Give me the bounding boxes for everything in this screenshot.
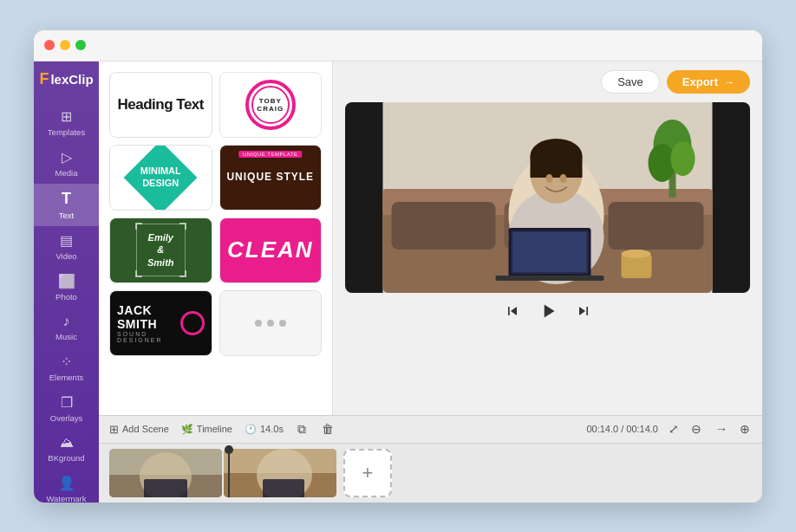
skip-back-icon: [504, 302, 521, 320]
svg-rect-13: [496, 276, 604, 281]
sidebar-item-elements[interactable]: ⁘ Elements: [34, 347, 99, 388]
zoom-in-button[interactable]: →: [714, 420, 729, 438]
clean-text: CLEAN: [227, 237, 314, 263]
video-controls: [345, 293, 750, 329]
template-card-jack[interactable]: JACK SMITH SOUND DESIGNER: [109, 290, 212, 356]
timeline-right: 00:14.0 / 00:14.0 ⤢ ⊖ → ⊕: [586, 420, 752, 438]
template-card-more[interactable]: [219, 290, 323, 356]
timeline-area: ⊞ Add Scene 🌿 Timeline 🕐 14.0s ⧉ 🗑 00:: [99, 415, 762, 503]
sidebar: F lexClip ⊞ Templates ▷ Media T Text ▤ V…: [34, 62, 99, 503]
toby-inner: TOBY CRAIG: [251, 86, 290, 124]
template-card-toby[interactable]: TOBY CRAIG: [219, 72, 323, 138]
watermark-icon: 👤: [58, 475, 75, 491]
svg-rect-3: [392, 202, 496, 250]
sidebar-item-music[interactable]: ♪ Music: [34, 308, 99, 347]
jack-subtitle-text: SOUND DESIGNER: [117, 331, 175, 343]
timeline-duration: 14.0s: [260, 424, 284, 434]
unique-style-text: UNIQUE STYLE: [226, 171, 314, 185]
timeline-tree-icon: 🌿: [181, 424, 193, 435]
svg-rect-14: [513, 232, 587, 272]
jack-circle: [180, 311, 205, 335]
jack-content: JACK SMITH SOUND DESIGNER: [110, 303, 212, 343]
timeline-label: Timeline: [197, 424, 232, 434]
sidebar-label-overlays: Overlays: [50, 413, 82, 423]
sidebar-item-text[interactable]: T Text: [34, 184, 99, 226]
timeline-toolbar: ⊞ Add Scene 🌿 Timeline 🕐 14.0s ⧉ 🗑 00:: [99, 416, 762, 444]
app-logo: F lexClip: [39, 70, 93, 88]
sidebar-item-watermark[interactable]: 👤 Watermark: [34, 469, 99, 503]
templates-grid: Heading Text TOBY CRAIG: [109, 72, 322, 356]
add-clip-plus-icon: +: [362, 462, 374, 484]
save-button[interactable]: Save: [601, 70, 660, 94]
svg-rect-26: [144, 479, 187, 497]
dot-2: [267, 320, 274, 327]
timeline-needle[interactable]: [228, 445, 230, 497]
expand-button[interactable]: ⤢: [667, 420, 681, 438]
jack-name-text: JACK SMITH: [117, 303, 175, 331]
svg-point-21: [546, 174, 553, 183]
unique-badge: UNIQUE TEMPLATE: [238, 151, 303, 158]
minimal-inner: MINIMAL DESIGN: [110, 146, 212, 210]
add-clip-button[interactable]: +: [343, 449, 392, 497]
delete-button[interactable]: 🗑: [320, 420, 336, 438]
sidebar-item-media[interactable]: ▷ Media: [34, 143, 99, 184]
minimize-button[interactable]: [60, 40, 70, 50]
time-display: 00:14.0 / 00:14.0: [586, 424, 658, 434]
video-preview[interactable]: [345, 102, 750, 293]
sidebar-label-music: Music: [55, 332, 77, 341]
sidebar-label-video: Video: [55, 251, 76, 261]
elements-icon: ⁘: [61, 354, 72, 370]
app-body: F lexClip ⊞ Templates ▷ Media T Text ▤ V…: [34, 62, 762, 503]
jack-text-group: JACK SMITH SOUND DESIGNER: [117, 303, 175, 343]
preview-image: [345, 102, 750, 293]
video-area: Save Export →: [333, 62, 762, 415]
overlays-icon: ❒: [61, 394, 73, 411]
timeline-track: +: [99, 444, 762, 503]
template-card-unique[interactable]: UNIQUE TEMPLATE UNIQUE STYLE: [219, 145, 323, 211]
sidebar-label-watermark: Watermark: [46, 494, 86, 503]
sidebar-item-video[interactable]: ▤ Video: [34, 226, 99, 267]
sidebar-item-photo[interactable]: ⬜ Photo: [34, 267, 99, 308]
template-card-minimal[interactable]: MINIMAL DESIGN: [109, 145, 212, 211]
svg-rect-30: [263, 479, 304, 497]
editor-area: Heading Text TOBY CRAIG: [99, 62, 762, 415]
svg-point-20: [622, 250, 651, 258]
toby-circle: TOBY CRAIG: [245, 80, 296, 130]
fullscreen-button[interactable]: ⊕: [738, 420, 752, 438]
skip-forward-button[interactable]: [575, 302, 592, 320]
template-card-clean[interactable]: CLEAN: [219, 217, 323, 283]
timeline-clip-1[interactable]: [109, 449, 222, 497]
template-card-emily[interactable]: Emily & Smith: [109, 217, 212, 283]
sidebar-item-bkground[interactable]: ⛰ BKground: [34, 429, 99, 469]
svg-rect-5: [609, 202, 704, 250]
sidebar-label-elements: Elements: [49, 373, 84, 382]
sidebar-item-templates[interactable]: ⊞ Templates: [34, 102, 99, 143]
app-window: F lexClip ⊞ Templates ▷ Media T Text ▤ V…: [34, 30, 762, 503]
timeline-button[interactable]: 🌿 Timeline: [181, 424, 232, 435]
sidebar-item-overlays[interactable]: ❒ Overlays: [34, 388, 99, 429]
close-button[interactable]: [44, 40, 55, 50]
export-label: Export: [682, 75, 718, 88]
dot-1: [255, 320, 262, 327]
minimal-text: MINIMAL DESIGN: [140, 165, 181, 188]
sidebar-label-templates: Templates: [48, 127, 85, 137]
video-toolbar: Save Export →: [345, 70, 750, 94]
svg-point-18: [671, 141, 695, 176]
timeline-clip-2[interactable]: [224, 449, 336, 497]
export-arrow-icon: →: [723, 75, 734, 88]
add-scene-button[interactable]: ⊞ Add Scene: [109, 423, 169, 436]
copy-button[interactable]: ⧉: [296, 420, 308, 438]
play-button[interactable]: [537, 300, 559, 322]
skip-back-button[interactable]: [504, 302, 521, 320]
logo-text: lexClip: [50, 72, 93, 87]
more-dots: [255, 320, 286, 327]
video-icon: ▤: [60, 232, 73, 249]
template-card-heading[interactable]: Heading Text: [109, 72, 212, 138]
timeline-clips: [109, 449, 336, 497]
templates-icon: ⊞: [61, 108, 72, 125]
templates-panel: Heading Text TOBY CRAIG: [99, 62, 333, 415]
maximize-button[interactable]: [75, 40, 86, 50]
sidebar-label-bkground: BKground: [48, 453, 84, 463]
zoom-out-button[interactable]: ⊖: [689, 420, 703, 438]
export-button[interactable]: Export →: [667, 70, 750, 94]
